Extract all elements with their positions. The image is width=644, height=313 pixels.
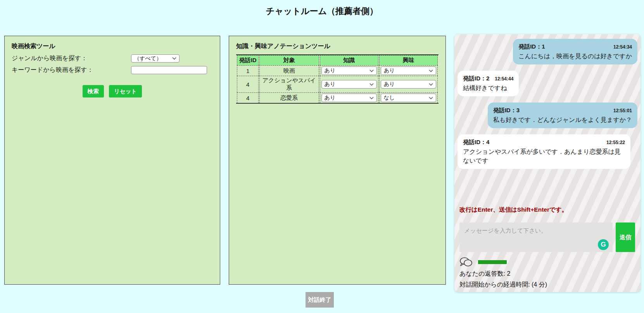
message-text: 私も好きです．どんなジャンルをよく見ますか？ (493, 115, 632, 124)
reply-count: あなたの返答数: 2 (459, 270, 635, 278)
column-header-interest: 興味 (379, 55, 438, 65)
elapsed-time: 対話開始からの経過時間: (4 分) (459, 281, 635, 289)
knowledge-select[interactable]: あり (321, 80, 377, 89)
message-text: こんにちは，映画を見るのは好きですか (518, 52, 632, 61)
chat-message-right: 発話ID：3 12:55:01 私も好きです．どんなジャンルをよく見ますか？ (488, 103, 637, 128)
knowledge-select-value: あり (325, 67, 336, 74)
message-text: アクションやスパイ系が多いです．あんまり恋愛系は見ないです (463, 147, 625, 165)
chevron-down-icon (369, 83, 374, 86)
genre-row: ジャンルから映画を探す： （すべて） (12, 54, 213, 63)
target-cell: 恋愛系 (259, 92, 319, 103)
movie-search-title: 映画検索ツール (12, 42, 213, 50)
keyword-label: キーワードから映画を探す： (12, 66, 131, 74)
column-header-utterance-id: 発話ID (237, 55, 259, 65)
interest-select-value: あり (384, 81, 395, 88)
chat-message-left: 発話ID：2 12:54:44 結構好きですね (458, 71, 519, 96)
knowledge-select-value: あり (325, 81, 336, 88)
chevron-down-icon (429, 97, 433, 99)
interest-select[interactable]: あり (381, 66, 436, 75)
knowledge-select[interactable]: あり (321, 94, 377, 102)
speech-bubbles-icon (459, 257, 473, 267)
movie-search-panel: 映画検索ツール ジャンルから映画を探す： （すべて） キーワードから映画を探す：… (4, 36, 220, 285)
message-timestamp: 12:55:01 (613, 108, 632, 114)
message-text: 結構好きですね (463, 83, 513, 92)
chat-panel: 発話ID：1 12:54:34 こんにちは，映画を見るのは好きですか 発話ID：… (454, 34, 641, 292)
message-list: 発話ID：1 12:54:34 こんにちは，映画を見るのは好きですか 発話ID：… (454, 34, 641, 169)
knowledge-select-value: あり (325, 94, 336, 101)
target-cell: アクションやスパイ系 (259, 76, 319, 92)
chevron-down-icon (429, 70, 433, 72)
message-timestamp: 12:55:22 (606, 139, 625, 146)
column-header-knowledge: 知識 (320, 55, 378, 65)
annotation-title: 知識・興味アノテーションツール (236, 42, 439, 50)
progress-bar (478, 260, 507, 264)
utterance-id-label: 発話ID：2 (463, 74, 489, 83)
utterance-id-cell: 1 (237, 65, 259, 76)
chevron-down-icon (369, 97, 374, 99)
message-input[interactable] (459, 223, 613, 252)
interest-select-value: なし (384, 94, 395, 101)
message-timestamp: 12:54:34 (613, 44, 632, 50)
interest-select[interactable]: あり (381, 80, 436, 89)
reset-button[interactable]: リセット (109, 85, 142, 97)
table-row: 4 アクションやスパイ系 あり あり (237, 76, 438, 92)
annotation-header-row: 発話ID 対象 知識 興味 (237, 55, 438, 65)
search-button-row: 検索 リセット (12, 85, 213, 97)
genre-select-value: （すべて） (134, 55, 162, 62)
chat-message-right: 発話ID：1 12:54:34 こんにちは，映画を見るのは好きですか (513, 39, 637, 64)
enter-key-note: 改行はEnter、送信はShift+Enterです。 (459, 206, 635, 214)
utterance-id-label: 発話ID：3 (493, 106, 520, 115)
target-cell: 映画 (259, 65, 319, 76)
search-button[interactable]: 検索 (83, 85, 104, 97)
end-dialog-button[interactable]: 対話終了 (306, 292, 334, 308)
utterance-id-label: 発話ID：1 (518, 42, 545, 51)
message-input-wrap: G (459, 223, 613, 254)
interest-select[interactable]: なし (381, 94, 436, 102)
grammarly-icon[interactable]: G (598, 239, 609, 250)
knowledge-select[interactable]: あり (321, 66, 377, 75)
typing-status-row (459, 257, 635, 267)
genre-label: ジャンルから映画を探す： (12, 54, 131, 63)
keyword-row: キーワードから映画を探す： (12, 66, 213, 74)
genre-select[interactable]: （すべて） (131, 54, 180, 63)
table-row: 4 恋愛系 あり なし (237, 92, 438, 103)
utterance-id-label: 発話ID：4 (463, 138, 489, 146)
table-row: 1 映画 あり あり (237, 65, 438, 76)
chevron-down-icon (172, 57, 176, 60)
page-title: チャットルーム（推薦者側） (0, 5, 644, 17)
message-timestamp: 12:54:44 (495, 76, 513, 82)
chevron-down-icon (369, 70, 374, 72)
keyword-input[interactable] (131, 66, 207, 74)
column-header-target: 対象 (259, 55, 319, 65)
utterance-id-cell: 4 (237, 92, 259, 103)
chat-message-left: 発話ID：4 12:55:22 アクションやスパイ系が多いです．あんまり恋愛系は… (458, 134, 630, 169)
send-button[interactable]: 送信 (616, 223, 635, 252)
interest-select-value: あり (384, 67, 395, 74)
annotation-table: 発話ID 対象 知識 興味 1 映画 あり あり (236, 54, 439, 104)
message-input-row: G 送信 (459, 223, 635, 254)
chevron-down-icon (429, 83, 433, 86)
utterance-id-cell: 4 (237, 76, 259, 92)
chat-input-section: 改行はEnter、送信はShift+Enterです。 G 送信 あなたの返答数:… (459, 206, 635, 289)
annotation-panel: 知識・興味アノテーションツール 発話ID 対象 知識 興味 1 映画 あり (229, 36, 446, 285)
